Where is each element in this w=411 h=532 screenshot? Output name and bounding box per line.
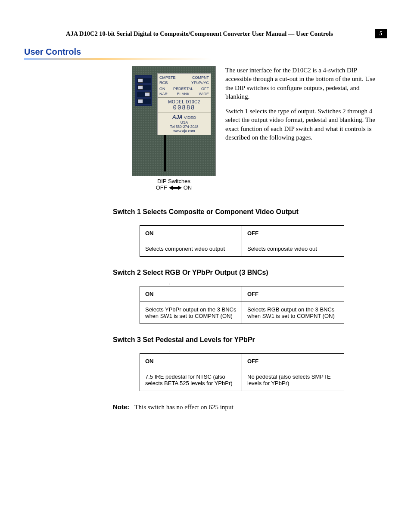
running-title: AJA D10C2 10-bit Serial Digital to Compo… — [24, 30, 375, 37]
label-tel: Tel 530-274-2048 — [158, 124, 211, 129]
switch3-title: Switch 3 Set Pedestal and Levels for YPb… — [113, 336, 387, 344]
figure-caption-offon: OFF ON — [132, 184, 216, 191]
running-header: AJA D10C2 10-bit Serial Digital to Compo… — [24, 29, 387, 38]
switch1-section: Switch 1 Selects Composite or Component … — [113, 208, 387, 257]
label-rgb: RGB — [159, 80, 184, 85]
double-arrow-icon — [169, 185, 182, 190]
switch3-on-header: ON — [140, 354, 242, 369]
label-brand: AJA VIDEO — [158, 113, 211, 120]
brand-name: AJA — [172, 114, 183, 120]
product-label-sticker: CMPSTE COMPNT RGB YPbPr/YC ON PEDESTAL O… — [157, 73, 211, 135]
section-title: User Controls — [24, 47, 387, 57]
label-wide: WIDE — [199, 92, 209, 96]
note-label: Note: — [113, 403, 129, 411]
switch3-table: ON OFF 7.5 IRE pedestal for NTSC (also s… — [140, 353, 344, 391]
dip-photo: CMPSTE COMPNT RGB YPbPr/YC ON PEDESTAL O… — [132, 66, 216, 176]
intro-p2: Switch 1 selects the type of output. Swi… — [225, 107, 380, 142]
label-cmpste: CMPSTE — [159, 75, 184, 80]
label-blank: BLANK — [177, 92, 190, 96]
switch3-on-text: 7.5 IRE pedestal for NTSC (also selects … — [140, 369, 242, 391]
dip-switch-block — [135, 75, 152, 106]
label-off: OFF — [201, 87, 209, 91]
switch2-on-header: ON — [140, 286, 242, 302]
caption-off: OFF — [156, 184, 167, 191]
label-compnt: COMPNT — [184, 75, 209, 80]
switch1-on-header: ON — [140, 226, 242, 241]
switch1-off-text: Selects composite video out — [242, 241, 344, 257]
page-number-badge: 5 — [375, 29, 387, 38]
switch2-off-header: OFF — [242, 286, 344, 302]
figure-caption: DIP Switches — [132, 178, 216, 184]
dip-switch-figure: CMPSTE COMPNT RGB YPbPr/YC ON PEDESTAL O… — [132, 66, 216, 191]
switch1-table: ON OFF Selects component video output Se… — [140, 225, 344, 257]
switch2-table: ON OFF Selects YPbPr output on the 3 BNC… — [140, 286, 344, 324]
intro-text: The user interface for the D10C2 is a 4-… — [225, 66, 380, 191]
label-model: MODEL D10C2 — [158, 99, 211, 104]
label-ypbpr: YPbPr/YC — [184, 80, 209, 85]
switch3-off-text: No pedestal (also selects SMPTE levels f… — [242, 369, 344, 391]
label-country: USA — [158, 120, 211, 124]
label-url: www.aja.com — [158, 129, 211, 133]
intro-p1: The user interface for the D10C2 is a 4-… — [225, 66, 380, 101]
switch1-title: Switch 1 Selects Composite or Component … — [113, 208, 387, 216]
header-rule — [24, 26, 387, 26]
switch1-off-header: OFF — [242, 226, 344, 241]
label-on: ON — [159, 87, 165, 91]
note-text: This switch has no effect on 625 input — [134, 404, 233, 411]
switch3-off-header: OFF — [242, 354, 344, 369]
switch1-on-text: Selects component video output — [140, 241, 242, 257]
caption-on: ON — [184, 184, 192, 191]
switch3-section: Switch 3 Set Pedestal and Levels for YPb… — [113, 336, 387, 391]
brand-suffix: VIDEO — [184, 115, 196, 120]
switch2-off-text: Selects RGB output on the 3 BNCs when SW… — [242, 302, 344, 324]
label-nar: NAR — [159, 92, 168, 96]
switch2-on-text: Selects YPbPr output on the 3 BNCs when … — [140, 302, 242, 324]
switch2-section: Switch 2 Select RGB Or YPbPr Output (3 B… — [113, 269, 387, 324]
label-pedestal: PEDESTAL — [173, 87, 193, 91]
section-rule — [24, 58, 291, 60]
label-serial: 00888 — [158, 104, 211, 111]
note-row: Note: This switch has no effect on 625 i… — [113, 403, 387, 411]
switch2-title: Switch 2 Select RGB Or YPbPr Output (3 B… — [113, 269, 387, 277]
